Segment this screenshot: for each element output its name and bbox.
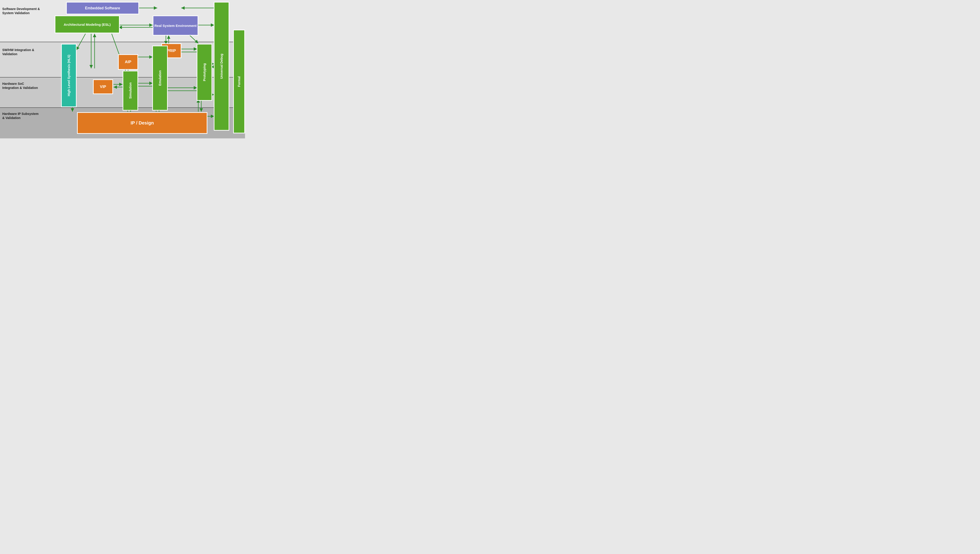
- label-swhw: SW/HW Integration & Validation: [0, 48, 41, 56]
- label-soc: Hardware SoC Integration & Validation: [0, 82, 41, 90]
- ip-design-box: IP / Design: [77, 112, 207, 134]
- real-system-box: Real System Environment: [153, 16, 198, 35]
- universal-debug-box: Universal Debug: [214, 2, 229, 131]
- svg-line-12: [76, 34, 86, 50]
- label-ip: Hardware IP Subsystem & Validation: [0, 112, 41, 120]
- emulation-box: Emulation: [152, 46, 168, 111]
- vip-box: VIP: [93, 80, 113, 94]
- simulation-box: Simulation: [123, 71, 138, 111]
- architectural-modeling-box: Architectural Modeling (ESL): [55, 16, 120, 33]
- hls-box: High Level Synthesis (HLS): [61, 44, 76, 107]
- diagram-area: .arr { stroke: #2d8a2d; stroke-width: 2.…: [41, 0, 245, 138]
- embedded-software-box: Embedded Software: [66, 2, 139, 14]
- aip-box: AIP: [118, 54, 138, 70]
- prototyping-box: Prototyping: [197, 44, 212, 101]
- formal-box: Formal: [233, 30, 245, 134]
- label-software-dev: Software Development & System Validation: [0, 7, 41, 15]
